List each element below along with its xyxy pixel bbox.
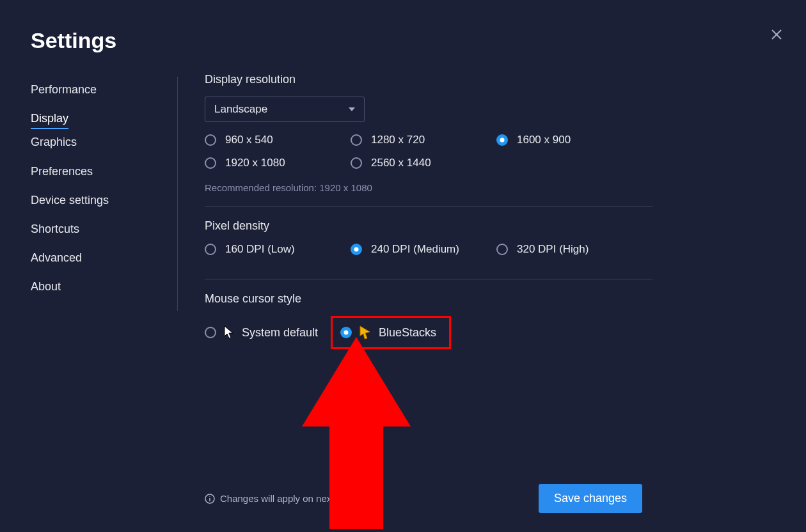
divider xyxy=(205,206,652,207)
resolution-label: 1920 x 1080 xyxy=(225,157,285,169)
resolution-option-960x540[interactable]: 960 x 540 xyxy=(205,134,351,146)
orientation-value: Landscape xyxy=(214,103,267,116)
cursor-heading: Mouse cursor style xyxy=(205,292,652,306)
content: Display resolution Landscape 960 x 540 1… xyxy=(205,73,652,349)
save-button[interactable]: Save changes xyxy=(539,484,642,513)
density-label: 160 DPI (Low) xyxy=(225,243,295,256)
resolution-label: 960 x 540 xyxy=(225,134,273,146)
cursor-yellow-icon xyxy=(360,325,371,340)
chevron-down-icon xyxy=(349,107,355,111)
density-label: 240 DPI (Medium) xyxy=(371,243,459,256)
radio-icon xyxy=(351,157,362,169)
resolution-label: 1600 x 900 xyxy=(517,134,571,146)
radio-icon xyxy=(496,134,508,146)
sidebar-item-about[interactable]: About xyxy=(31,274,61,302)
density-option-high[interactable]: 320 DPI (High) xyxy=(496,243,642,256)
cursor-label: System default xyxy=(242,326,318,340)
restart-note-text: Changes will apply on nex xyxy=(220,493,331,504)
resolution-option-2560x1440[interactable]: 2560 x 1440 xyxy=(351,157,496,169)
density-label: 320 DPI (High) xyxy=(517,243,589,256)
radio-icon xyxy=(205,244,216,255)
sidebar-item-advanced[interactable]: Advanced xyxy=(31,245,82,274)
svg-point-2 xyxy=(209,496,210,496)
density-grid: 160 DPI (Low) 240 DPI (Medium) 320 DPI (… xyxy=(205,243,652,266)
cursor-option-bluestacks[interactable]: BlueStacks xyxy=(331,316,451,349)
sidebar-item-device-settings[interactable]: Device settings xyxy=(31,187,109,216)
density-option-low[interactable]: 160 DPI (Low) xyxy=(205,243,351,256)
info-icon xyxy=(205,494,215,504)
orientation-select[interactable]: Landscape xyxy=(205,97,365,122)
radio-icon xyxy=(205,134,216,146)
cursor-white-icon xyxy=(224,325,234,340)
radio-icon xyxy=(205,157,216,169)
footer: Changes will apply on nex Save changes xyxy=(205,484,642,513)
sidebar-item-preferences[interactable]: Preferences xyxy=(31,159,93,187)
sidebar-item-display[interactable]: Display xyxy=(31,106,68,129)
restart-note: Changes will apply on nex xyxy=(205,493,331,504)
density-heading: Pixel density xyxy=(205,219,652,233)
resolution-option-1280x720[interactable]: 1280 x 720 xyxy=(351,134,496,146)
sidebar: Performance Display Graphics Preferences… xyxy=(31,77,178,311)
cursor-label: BlueStacks xyxy=(379,326,436,340)
resolution-label: 1280 x 720 xyxy=(371,134,425,146)
density-option-medium[interactable]: 240 DPI (Medium) xyxy=(351,243,496,256)
resolution-heading: Display resolution xyxy=(205,73,652,86)
radio-icon xyxy=(340,327,352,338)
recommended-resolution: Recommended resolution: 1920 x 1080 xyxy=(205,182,652,193)
resolution-option-1600x900[interactable]: 1600 x 900 xyxy=(496,134,642,146)
resolution-label: 2560 x 1440 xyxy=(371,157,431,169)
page-title: Settings xyxy=(31,28,116,53)
resolution-option-1920x1080[interactable]: 1920 x 1080 xyxy=(205,157,351,169)
sidebar-item-performance[interactable]: Performance xyxy=(31,77,97,106)
cursor-row: System default BlueStacks xyxy=(205,316,652,349)
close-button[interactable] xyxy=(768,26,786,43)
sidebar-item-shortcuts[interactable]: Shortcuts xyxy=(31,216,79,245)
resolution-grid: 960 x 540 1280 x 720 1600 x 900 1920 x 1… xyxy=(205,134,652,180)
radio-icon xyxy=(496,244,508,255)
divider xyxy=(205,279,652,279)
sidebar-item-graphics[interactable]: Graphics xyxy=(31,129,77,158)
close-icon xyxy=(771,29,782,40)
cursor-option-system-default[interactable]: System default xyxy=(205,325,318,340)
radio-icon xyxy=(351,134,362,146)
radio-icon xyxy=(351,244,362,255)
radio-icon xyxy=(205,327,216,338)
